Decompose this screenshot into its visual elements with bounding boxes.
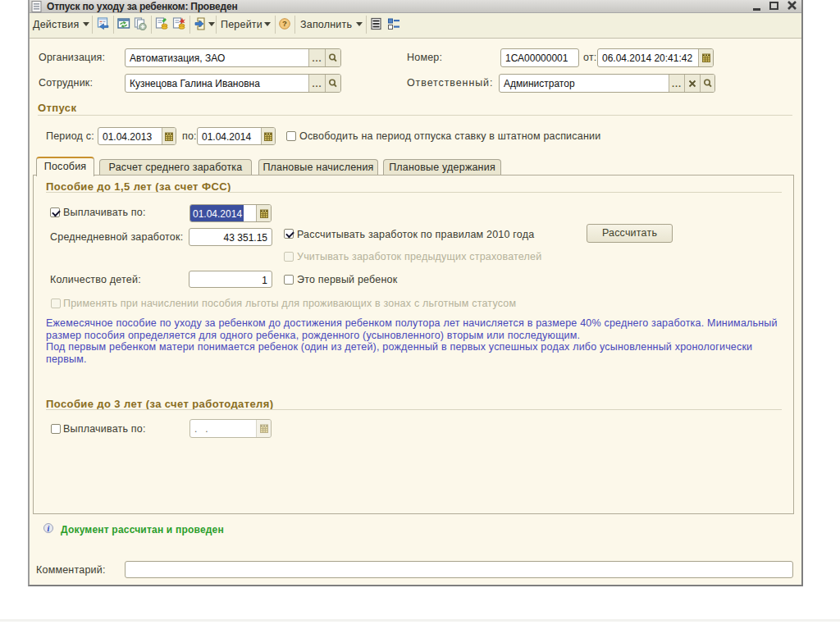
svg-text:?: ? <box>282 19 287 28</box>
